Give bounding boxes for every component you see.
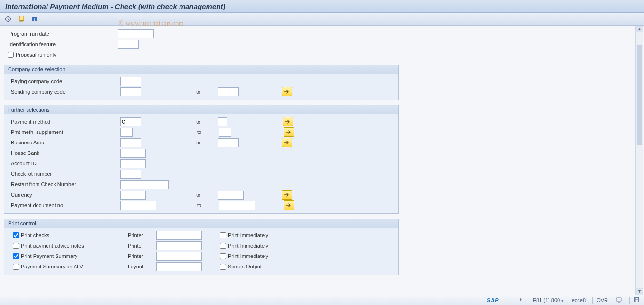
input-pay-doc-high[interactable] xyxy=(219,201,255,210)
input-check-lot-number[interactable] xyxy=(120,170,141,179)
label-pc-col2-1: Printer xyxy=(128,243,156,248)
group-print-control: Print control Print checksPrinterPrint I… xyxy=(4,219,399,275)
label-pc-1: Print payment advice notes xyxy=(21,243,84,248)
label-payment-method: Payment method xyxy=(4,119,120,124)
label-house-bank: House Bank xyxy=(4,150,120,156)
input-pc-2[interactable] xyxy=(156,252,202,261)
label-program-run-date: Program run date xyxy=(4,31,118,37)
scroll-thumb[interactable] xyxy=(637,45,642,145)
input-business-area-low[interactable] xyxy=(120,138,141,147)
checkbox-pc2-1[interactable] xyxy=(220,243,226,249)
multi-select-button[interactable] xyxy=(282,138,292,147)
label-to: to xyxy=(193,89,218,95)
status-bar: SAP E81 (1) 800 ecce81 OVR xyxy=(0,295,644,305)
checkbox-pc-0[interactable] xyxy=(13,232,19,238)
input-payment-method-low[interactable] xyxy=(120,117,141,126)
info-icon[interactable]: i xyxy=(30,14,39,24)
label-sending-company-code: Sending company code xyxy=(4,89,120,95)
label-pc-3: Payment Summary as ALV xyxy=(21,264,83,269)
group-company-code-selection: Company code selection Paying company co… xyxy=(4,65,399,100)
multi-select-button[interactable] xyxy=(284,127,294,137)
input-house-bank[interactable] xyxy=(120,149,146,158)
print-control-row: Payment Summary as ALVLayoutScreen Outpu… xyxy=(4,261,398,272)
input-currency-high[interactable] xyxy=(218,191,244,200)
label-pmt-meth-supplement: Pmt meth. supplement xyxy=(4,129,120,135)
input-business-area-high[interactable] xyxy=(218,138,239,147)
svg-rect-5 xyxy=(616,298,621,301)
input-paying-company-code[interactable] xyxy=(120,77,141,86)
input-sending-company-code-high[interactable] xyxy=(218,87,239,96)
label-to: to xyxy=(193,192,218,198)
multi-select-button[interactable] xyxy=(282,190,292,200)
group-header: Print control xyxy=(4,219,398,228)
label-account-id: Account ID xyxy=(4,161,120,166)
print-control-row: Print Payment SummaryPrinterPrint Immedi… xyxy=(4,251,398,261)
checkbox-pc-2[interactable] xyxy=(13,253,19,259)
input-pay-doc-low[interactable] xyxy=(120,201,156,210)
label-to: to xyxy=(194,202,219,208)
input-pc-3[interactable] xyxy=(156,262,202,271)
sap-logo: SAP xyxy=(487,297,499,303)
window-title: International Payment Medium - Check (wi… xyxy=(0,0,644,13)
label-to: to xyxy=(194,129,219,135)
multi-select-button[interactable] xyxy=(283,117,293,126)
status-local-layout-icon[interactable] xyxy=(616,297,623,304)
input-pmt-supp-high[interactable] xyxy=(219,128,231,137)
status-session[interactable]: E81 (1) 800 xyxy=(533,297,564,303)
input-pc-0[interactable] xyxy=(156,231,202,240)
input-pmt-supp-low[interactable] xyxy=(120,128,133,137)
input-identification-feature[interactable] xyxy=(118,40,139,49)
input-account-id[interactable] xyxy=(120,159,146,168)
checkbox-pc2-3[interactable] xyxy=(220,264,226,270)
label-pc2-3: Screen Output xyxy=(228,264,262,269)
label-paying-company-code: Paying company code xyxy=(4,78,120,84)
vertical-scrollbar[interactable]: ▲ ▼ xyxy=(635,26,643,295)
group-header: Company code selection xyxy=(4,65,398,74)
label-to: to xyxy=(193,140,218,145)
label-pc-0: Print checks xyxy=(21,232,49,238)
label-proposal-run-only: Proposal run only xyxy=(16,52,57,57)
label-payment-document-no: Payment document no. xyxy=(4,202,120,208)
input-pc-1[interactable] xyxy=(156,241,202,250)
label-pc-col2-3: Layout xyxy=(128,264,156,269)
label-pc-col2-0: Printer xyxy=(128,232,156,238)
scroll-up-arrow-icon[interactable]: ▲ xyxy=(636,26,643,32)
input-restart-check-number[interactable] xyxy=(120,180,169,189)
svg-rect-7 xyxy=(635,298,639,302)
group-header: Further selections xyxy=(4,105,398,114)
checkbox-pc-1[interactable] xyxy=(13,243,19,249)
input-payment-method-high[interactable] xyxy=(218,117,227,126)
status-nav-icon[interactable] xyxy=(518,297,525,304)
status-server: ecce81 xyxy=(572,297,588,303)
input-currency-low[interactable] xyxy=(120,191,146,200)
label-currency: Currency xyxy=(4,192,120,198)
app-toolbar: i xyxy=(0,13,644,26)
checkbox-proposal-run-only[interactable] xyxy=(8,52,14,58)
label-pc2-0: Print Immediately xyxy=(228,232,268,238)
label-check-lot-number: Check lot number xyxy=(4,171,120,177)
status-insert-mode: OVR xyxy=(597,297,608,303)
label-pc-col2-2: Printer xyxy=(128,253,156,259)
label-to: to xyxy=(193,119,218,124)
group-further-selections: Further selections Payment method to Pmt… xyxy=(4,105,399,214)
input-program-run-date[interactable] xyxy=(118,29,154,38)
checkbox-pc-3[interactable] xyxy=(13,264,19,270)
checkbox-pc2-0[interactable] xyxy=(220,232,226,238)
content-area: Program run date Identification feature … xyxy=(0,26,644,275)
label-pc-2: Print Payment Summary xyxy=(21,253,77,259)
label-pc2-1: Print Immediately xyxy=(228,243,268,248)
multi-select-button[interactable] xyxy=(284,200,294,210)
label-business-area: Business Area xyxy=(4,140,120,145)
print-control-row: Print checksPrinterPrint Immediately xyxy=(4,230,398,240)
status-layout-menu-icon[interactable] xyxy=(634,297,640,304)
execute-icon[interactable] xyxy=(3,14,13,24)
get-variant-icon[interactable] xyxy=(17,14,26,24)
print-control-row: Print payment advice notesPrinterPrint I… xyxy=(4,240,398,251)
label-restart-check-number: Restart from Check Number xyxy=(4,181,120,187)
scroll-down-arrow-icon[interactable]: ▼ xyxy=(636,288,643,295)
input-sending-company-code-low[interactable] xyxy=(120,87,141,96)
label-pc2-2: Print Immediately xyxy=(228,253,268,259)
multi-select-button[interactable] xyxy=(282,87,292,96)
label-identification-feature: Identification feature xyxy=(4,41,118,47)
checkbox-pc2-2[interactable] xyxy=(220,253,226,259)
